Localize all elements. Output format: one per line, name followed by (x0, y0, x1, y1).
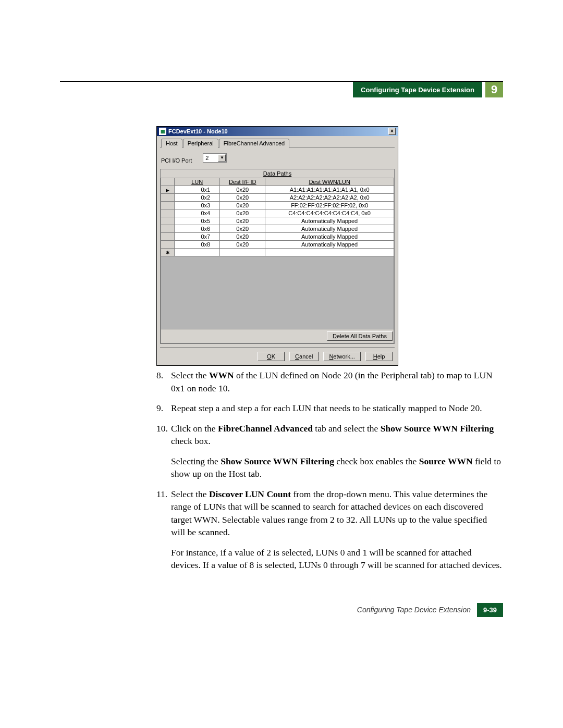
pci-port-value: 2 (205, 155, 209, 161)
col-lun: LUN (175, 178, 220, 186)
pci-row: PCI I/O Port 2 ▼ (161, 153, 394, 164)
step-text: Select the WWN of the LUN defined on Nod… (171, 369, 503, 394)
ok-button[interactable]: OK (258, 352, 285, 361)
step-number: 11. (156, 488, 171, 572)
data-paths-title: Data Paths (161, 169, 394, 178)
table-new-row[interactable] (161, 249, 394, 256)
step-number: 8. (156, 369, 171, 394)
chevron-down-icon[interactable]: ▼ (218, 154, 226, 162)
data-paths-panel: Data Paths LUN Dest I/F ID Dest WWN/LUN … (160, 169, 395, 344)
table-row[interactable]: 0x20x20A2:A2:A2:A2:A2:A2:A2:A2, 0x0 (161, 194, 394, 202)
tab-row: Host Peripheral FibreChannel Advanced (160, 138, 395, 148)
delete-all-data-paths-button[interactable]: Delete All Data Paths (327, 331, 393, 341)
step-text: Click on the FibreChannel Advanced tab a… (171, 422, 503, 448)
step-number: 9. (156, 402, 171, 415)
dialog-titlebar: ▦ FCDevExt10 - Node10 × (157, 127, 398, 136)
pci-port-label: PCI I/O Port (161, 157, 192, 164)
step-text: Repeat step a and step a for each LUN th… (171, 402, 482, 415)
table-row[interactable]: 0x50x20Automatically Mapped (161, 217, 394, 225)
step-9: 9. Repeat step a and step a for each LUN… (156, 402, 503, 415)
app-icon: ▦ (159, 128, 166, 135)
pci-port-select[interactable]: 2 ▼ (203, 153, 227, 163)
dialog-window: ▦ FCDevExt10 - Node10 × Host Peripheral … (156, 126, 398, 366)
header-section-title: Configuring Tape Device Extension (353, 82, 482, 97)
dialog-button-row: OK Cancel Network... Help (160, 347, 395, 362)
table-row[interactable]: 0x80x20Automatically Mapped (161, 241, 394, 249)
new-row-icon (161, 249, 175, 256)
step-10: 10. Click on the FibreChannel Advanced t… (156, 422, 503, 480)
dialog-title: FCDevExt10 - Node10 (168, 128, 228, 134)
cancel-button[interactable]: Cancel (289, 352, 319, 361)
col-dest-ifid: Dest I/F ID (220, 178, 265, 186)
table-row[interactable]: 0x60x20Automatically Mapped (161, 225, 394, 233)
dialog-body: Host Peripheral FibreChannel Advanced PC… (157, 136, 398, 365)
table-row[interactable]: 0x40x20C4:C4:C4:C4:C4:C4:C4:C4, 0x0 (161, 209, 394, 217)
step-11: 11. Select the Discover LUN Count from t… (156, 488, 503, 572)
help-button[interactable]: Help (365, 352, 393, 361)
tab-fibrechannel-advanced[interactable]: FibreChannel Advanced (219, 139, 289, 148)
table-header-row: LUN Dest I/F ID Dest WWN/LUN (161, 178, 394, 186)
page-footer: Configuring Tape Device Extension 9-39 (60, 603, 503, 617)
tab-peripheral[interactable]: Peripheral (183, 139, 218, 148)
instruction-list: 8. Select the WWN of the LUN defined on … (156, 369, 503, 572)
page-number: 9-39 (477, 603, 503, 617)
step-number: 10. (156, 422, 171, 480)
header-bar: Configuring Tape Device Extension 9 (60, 82, 503, 97)
delete-row: Delete All Data Paths (161, 329, 394, 343)
table-row[interactable]: 0x70x20Automatically Mapped (161, 233, 394, 241)
page: Configuring Tape Device Extension 9 ▦ FC… (0, 0, 563, 648)
step-text: For instance, if a value of 2 is selecte… (171, 546, 503, 572)
table-row[interactable]: 0x30x20FF:02:FF:02:FF:02:FF:02, 0x0 (161, 202, 394, 209)
network-button[interactable]: Network... (323, 352, 361, 361)
step-8: 8. Select the WWN of the LUN defined on … (156, 369, 503, 394)
header-chapter-number: 9 (485, 82, 503, 97)
data-paths-table: LUN Dest I/F ID Dest WWN/LUN 0x10x20A1:A… (161, 178, 394, 256)
footer-section-title: Configuring Tape Device Extension (357, 606, 471, 614)
row-pointer-icon (161, 186, 175, 194)
tab-host[interactable]: Host (161, 139, 182, 148)
table-row[interactable]: 0x10x20A1:A1:A1:A1:A1:A1:A1:A1, 0x0 (161, 186, 394, 194)
step-text: Select the Discover LUN Count from the d… (171, 488, 503, 539)
close-icon[interactable]: × (388, 128, 396, 135)
col-dest-wwn-lun: Dest WWN/LUN (265, 178, 394, 186)
content-block: ▦ FCDevExt10 - Node10 × Host Peripheral … (156, 126, 503, 572)
grid-empty-area (161, 256, 394, 329)
step-text: Selecting the Show Source WWN Filtering … (171, 455, 503, 480)
